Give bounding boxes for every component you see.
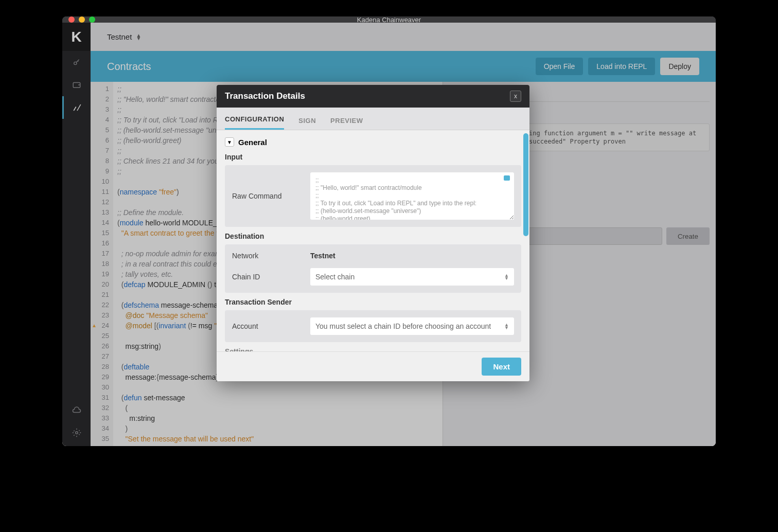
raw-command-content: ;; ;; "Hello, world!" smart contract/mod… (315, 176, 476, 220)
account-select[interactable]: You must select a chain ID before choosi… (310, 317, 514, 335)
modal-header: Transaction Details x (217, 85, 529, 108)
chain-id-placeholder: Select chain (315, 273, 355, 281)
tab-preview[interactable]: PREVIEW (330, 117, 363, 130)
maximize-window-button[interactable] (89, 16, 95, 23)
minimize-window-button[interactable] (79, 16, 85, 23)
account-label: Account (232, 322, 304, 330)
chevron-updown-icon: ▲▼ (504, 274, 509, 280)
destination-block: Network Testnet Chain ID Select chain ▲▼ (225, 244, 521, 293)
modal-scrollbar[interactable] (523, 133, 528, 236)
section-general-label: General (238, 138, 267, 147)
modal-footer: Next (217, 351, 529, 381)
modal-close-button[interactable]: x (510, 91, 521, 102)
chain-id-label: Chain ID (232, 273, 304, 281)
network-value: Testnet (310, 252, 514, 260)
chevron-down-icon: ▼ (225, 137, 234, 147)
raw-command-indicator (504, 175, 510, 181)
modal-title: Transaction Details (225, 91, 305, 101)
close-window-button[interactable] (68, 16, 75, 23)
raw-command-textarea[interactable]: ;; ;; "Hello, world!" smart contract/mod… (310, 172, 514, 220)
transaction-details-modal: Transaction Details x CONFIGURATION SIGN… (217, 85, 529, 381)
tab-configuration[interactable]: CONFIGURATION (225, 115, 284, 130)
chevron-updown-icon: ▲▼ (504, 323, 509, 329)
titlebar: Kadena Chainweaver (62, 16, 716, 23)
modal-tabs: CONFIGURATION SIGN PREVIEW (217, 108, 529, 130)
next-button[interactable]: Next (482, 358, 521, 376)
account-placeholder: You must select a chain ID before choosi… (315, 322, 491, 330)
raw-command-label: Raw Command (232, 192, 304, 200)
app-window: Kadena Chainweaver K (62, 16, 716, 446)
sender-block: Account You must select a chain ID befor… (225, 310, 521, 342)
section-general-header[interactable]: ▼ General (225, 137, 521, 147)
modal-body: ▼ General Input Raw Command ;; ;; "Hello… (217, 130, 529, 351)
destination-subhead: Destination (225, 232, 521, 240)
chain-id-select[interactable]: Select chain ▲▼ (310, 268, 514, 286)
input-block: Raw Command ;; ;; "Hello, world!" smart … (225, 165, 521, 227)
traffic-lights (68, 16, 95, 23)
input-subhead: Input (225, 153, 521, 161)
tab-sign[interactable]: SIGN (298, 117, 316, 130)
sender-subhead: Transaction Sender (225, 298, 521, 306)
settings-subhead: Settings (225, 347, 521, 351)
network-label: Network (232, 252, 304, 260)
